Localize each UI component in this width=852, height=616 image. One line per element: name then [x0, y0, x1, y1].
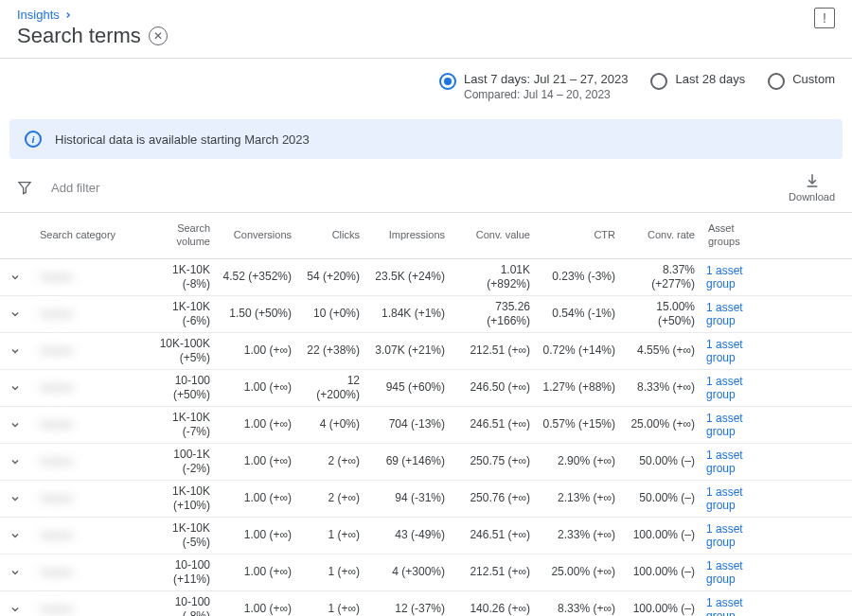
conv-rate-cell: 100.00% (–) [621, 565, 701, 579]
expand-row-icon[interactable] [4, 345, 34, 357]
search-category-cell: hidden [34, 344, 148, 358]
expand-row-icon[interactable] [4, 493, 34, 504]
ctr-cell: 0.72% (+14%) [536, 343, 621, 358]
conv-rate-cell: 4.55% (+∞) [621, 343, 701, 358]
impressions-cell: 704 (-13%) [365, 417, 451, 431]
ctr-cell: 0.23% (-3%) [536, 270, 621, 284]
expand-row-icon[interactable] [4, 604, 34, 615]
feedback-icon[interactable]: ! [814, 8, 835, 28]
col-conv-value[interactable]: Conv. value [451, 229, 536, 242]
table-row: hidden100-1K (-2%)1.00 (+∞)2 (+∞)69 (+14… [0, 444, 852, 481]
filter-icon[interactable] [17, 180, 32, 195]
impressions-cell: 23.5K (+24%) [365, 270, 451, 284]
asset-groups-link[interactable]: 1 asset group [701, 412, 774, 438]
col-volume[interactable]: Search volume [148, 222, 216, 249]
page-title: Search terms [17, 24, 141, 48]
expand-row-icon[interactable] [4, 530, 34, 541]
ctr-cell: 8.33% (+∞) [536, 602, 621, 616]
asset-groups-link[interactable]: 1 asset group [701, 522, 774, 549]
table-row: hidden1K-10K(+10%)1.00 (+∞)2 (+∞)94 (-31… [0, 481, 852, 518]
table-row: hidden10K-100K(+5%)1.00 (+∞)22 (+38%)3.0… [0, 333, 852, 370]
search-category-cell: hidden [34, 418, 148, 431]
date-range-last28[interactable]: Last 28 days [650, 72, 745, 102]
page-header: Insights Search terms ✕ ! [0, 0, 852, 59]
asset-groups-link[interactable]: 1 asset group [701, 301, 774, 327]
conv-rate-cell: 8.33% (+∞) [621, 380, 701, 395]
conv-rate-cell: 15.00%(+50%) [621, 300, 701, 328]
search-terms-table: Search category Search volume Conversion… [0, 213, 852, 616]
download-label: Download [789, 191, 835, 202]
impressions-cell: 945 (+60%) [365, 380, 451, 395]
expand-row-icon[interactable] [4, 272, 34, 283]
col-clicks[interactable]: Clicks [297, 229, 365, 242]
table-row: hidden10-100(+11%)1.00 (+∞)1 (+∞)4 (+300… [0, 554, 852, 591]
clicks-cell: 2 (+∞) [297, 454, 365, 468]
col-conv-rate[interactable]: Conv. rate [621, 229, 701, 242]
expand-row-icon[interactable] [4, 567, 34, 578]
col-category[interactable]: Search category [34, 229, 148, 242]
conversions-cell: 1.00 (+∞) [216, 343, 297, 358]
asset-groups-link[interactable]: 1 asset group [701, 338, 774, 364]
date-range-28-label: Last 28 days [675, 72, 745, 86]
conv-value-cell: 212.51 (+∞) [451, 565, 536, 579]
date-range-last7[interactable]: Last 7 days: Jul 21 – 27, 2023 Compared:… [439, 72, 628, 102]
volume-cell: 1K-10K (-5%) [148, 521, 216, 550]
clicks-cell: 12 (+200%) [297, 374, 365, 402]
col-conversions[interactable]: Conversions [216, 229, 297, 242]
date-range-label: Last 7 days: Jul 21 – 27, 2023 [464, 72, 628, 88]
asset-groups-link[interactable]: 1 asset group [701, 485, 774, 512]
clicks-cell: 2 (+∞) [297, 491, 365, 505]
asset-groups-link[interactable]: 1 asset group [701, 559, 774, 586]
download-button[interactable]: Download [789, 172, 835, 202]
conv-value-cell: 246.51 (+∞) [451, 417, 536, 431]
svg-marker-0 [19, 183, 30, 194]
asset-groups-link[interactable]: 1 asset group [701, 596, 774, 616]
table-body: hidden1K-10K (-8%)4.52 (+352%)54 (+20%)2… [0, 259, 852, 616]
asset-groups-link[interactable]: 1 asset group [701, 264, 774, 290]
volume-cell: 10K-100K(+5%) [148, 337, 216, 365]
ctr-cell: 1.27% (+88%) [536, 380, 621, 395]
conv-value-cell: 246.51 (+∞) [451, 528, 536, 542]
impressions-cell: 43 (-49%) [365, 528, 451, 542]
col-impressions[interactable]: Impressions [365, 229, 451, 242]
radio-icon [650, 73, 667, 90]
expand-row-icon[interactable] [4, 456, 34, 467]
ctr-cell: 2.13% (+∞) [536, 491, 621, 505]
date-range-custom[interactable]: Custom [768, 72, 835, 102]
conv-rate-cell: 25.00% (+∞) [621, 417, 701, 431]
search-category-cell: hidden [34, 308, 148, 321]
expand-row-icon[interactable] [4, 382, 34, 394]
conversions-cell: 1.00 (+∞) [216, 528, 297, 542]
table-row: hidden1K-10K (-7%)1.00 (+∞)4 (+0%)704 (-… [0, 407, 852, 444]
search-category-cell: hidden [34, 455, 148, 468]
table-row: hidden10-100(+50%)1.00 (+∞)12 (+200%)945… [0, 370, 852, 407]
expand-row-icon[interactable] [4, 308, 34, 320]
expand-row-icon[interactable] [4, 419, 34, 431]
conv-value-cell: 735.26(+166%) [451, 300, 536, 328]
conv-rate-cell: 8.37%(+277%) [621, 263, 701, 291]
conv-value-cell: 140.26 (+∞) [451, 602, 536, 616]
impressions-cell: 94 (-31%) [365, 491, 451, 505]
clicks-cell: 1 (+∞) [297, 565, 365, 579]
search-category-cell: hidden [34, 566, 148, 579]
conv-value-cell: 1.01K (+892%) [451, 263, 536, 291]
title-row: Search terms ✕ [17, 24, 168, 48]
conv-value-cell: 250.75 (+∞) [451, 454, 536, 468]
add-filter-button[interactable]: Add filter [51, 181, 99, 195]
ctr-cell: 25.00% (+∞) [536, 565, 621, 579]
header-left: Insights Search terms ✕ [17, 8, 168, 48]
col-ctr[interactable]: CTR [536, 229, 621, 242]
volume-cell: 1K-10K(+10%) [148, 484, 216, 513]
conversions-cell: 1.00 (+∞) [216, 417, 297, 431]
asset-groups-link[interactable]: 1 asset group [701, 449, 774, 475]
search-category-cell: hidden [34, 492, 148, 505]
asset-groups-link[interactable]: 1 asset group [701, 375, 774, 401]
breadcrumb[interactable]: Insights [17, 8, 168, 22]
impressions-cell: 69 (+146%) [365, 454, 451, 468]
close-icon[interactable]: ✕ [149, 26, 168, 45]
conv-value-cell: 246.50 (+∞) [451, 380, 536, 395]
col-asset-groups[interactable]: Asset groups [701, 222, 774, 249]
conversions-cell: 1.00 (+∞) [216, 491, 297, 505]
volume-cell: 1K-10K (-8%) [148, 263, 216, 291]
conv-rate-cell: 100.00% (–) [621, 528, 701, 542]
